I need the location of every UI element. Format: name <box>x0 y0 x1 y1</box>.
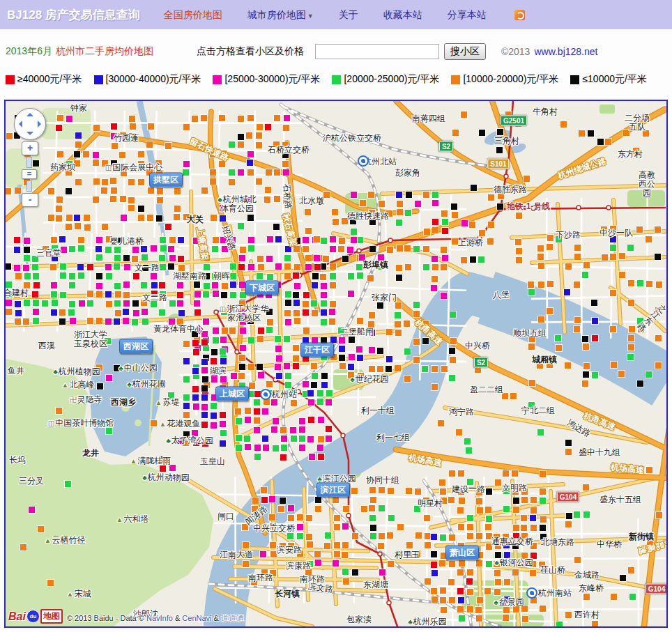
price-square[interactable] <box>303 309 309 316</box>
price-square[interactable] <box>441 264 447 270</box>
price-square[interactable] <box>629 594 636 600</box>
price-square[interactable] <box>396 192 402 198</box>
price-square[interactable] <box>211 349 217 355</box>
price-square[interactable] <box>495 479 501 486</box>
zoom-slider-track[interactable] <box>26 157 32 168</box>
price-square[interactable] <box>318 454 324 460</box>
search-input[interactable] <box>315 44 439 59</box>
price-square[interactable] <box>521 553 528 559</box>
price-square[interactable] <box>60 292 66 298</box>
price-square[interactable] <box>377 348 383 354</box>
price-square[interactable] <box>503 488 510 494</box>
price-square[interactable] <box>307 541 313 548</box>
price-square[interactable] <box>629 326 635 332</box>
price-square[interactable] <box>479 230 485 236</box>
price-square[interactable] <box>177 292 183 298</box>
price-square[interactable] <box>204 283 210 289</box>
price-square[interactable] <box>160 291 166 298</box>
price-square[interactable] <box>70 318 76 324</box>
price-square[interactable] <box>246 132 252 139</box>
price-square[interactable] <box>628 280 634 286</box>
price-square[interactable] <box>97 383 103 390</box>
price-square[interactable] <box>342 218 348 224</box>
price-square[interactable] <box>278 506 284 512</box>
price-square[interactable] <box>357 272 363 279</box>
price-square[interactable] <box>280 498 286 504</box>
price-square[interactable] <box>266 309 273 315</box>
price-square[interactable] <box>155 160 162 167</box>
price-square[interactable] <box>276 355 282 362</box>
price-square[interactable] <box>178 256 184 262</box>
price-square[interactable] <box>229 206 236 212</box>
price-square[interactable] <box>633 148 639 154</box>
price-square[interactable] <box>201 115 207 121</box>
price-square[interactable] <box>592 335 598 341</box>
price-square[interactable] <box>619 253 625 259</box>
price-square[interactable] <box>210 169 216 176</box>
price-square[interactable] <box>311 363 317 369</box>
price-square[interactable] <box>258 264 264 270</box>
price-square[interactable] <box>459 615 465 622</box>
price-square[interactable] <box>449 534 455 541</box>
price-square[interactable] <box>220 412 226 418</box>
price-square[interactable] <box>605 139 611 145</box>
price-square[interactable] <box>78 245 84 252</box>
price-square[interactable] <box>257 336 264 342</box>
price-square[interactable] <box>457 569 464 576</box>
price-square[interactable] <box>238 373 245 379</box>
price-square[interactable] <box>247 197 253 203</box>
price-square[interactable] <box>221 309 227 315</box>
price-square[interactable] <box>282 152 289 158</box>
price-square[interactable] <box>247 318 254 324</box>
price-square[interactable] <box>269 514 275 521</box>
price-square[interactable] <box>239 364 245 370</box>
price-square[interactable] <box>415 201 421 207</box>
price-square[interactable] <box>183 341 190 347</box>
price-square[interactable] <box>583 262 590 268</box>
price-square[interactable] <box>221 292 227 298</box>
price-square[interactable] <box>306 515 312 521</box>
price-square[interactable] <box>317 399 323 405</box>
price-square[interactable] <box>413 246 420 252</box>
price-square[interactable] <box>330 273 336 279</box>
price-square[interactable] <box>284 336 290 342</box>
price-square[interactable] <box>79 300 85 307</box>
price-square[interactable] <box>349 327 355 334</box>
price-square[interactable] <box>192 394 199 401</box>
price-square[interactable] <box>494 570 501 576</box>
price-square[interactable] <box>240 247 246 253</box>
price-square[interactable] <box>356 346 362 353</box>
price-square[interactable] <box>338 246 344 252</box>
price-square[interactable] <box>583 594 590 600</box>
price-square[interactable] <box>385 366 392 372</box>
price-square[interactable] <box>52 245 58 252</box>
price-square[interactable] <box>404 348 411 355</box>
price-square[interactable] <box>432 227 438 233</box>
price-square[interactable] <box>157 197 163 203</box>
price-square[interactable] <box>236 435 242 441</box>
price-square[interactable] <box>201 187 208 194</box>
price-square[interactable] <box>655 335 662 341</box>
price-square[interactable] <box>148 187 154 194</box>
price-square[interactable] <box>270 551 277 557</box>
price-square[interactable] <box>261 497 268 503</box>
price-square[interactable] <box>15 318 21 325</box>
price-square[interactable] <box>66 161 72 167</box>
price-square[interactable] <box>151 282 158 288</box>
price-square[interactable] <box>583 344 589 350</box>
price-square[interactable] <box>431 534 437 540</box>
price-square[interactable] <box>528 344 535 350</box>
price-square[interactable] <box>655 254 661 260</box>
price-square[interactable] <box>566 513 572 519</box>
price-square[interactable] <box>449 561 455 567</box>
price-square[interactable] <box>334 551 340 557</box>
price-square[interactable] <box>74 215 80 221</box>
price-square[interactable] <box>285 319 291 325</box>
price-square[interactable] <box>574 282 580 288</box>
price-square[interactable] <box>222 327 228 334</box>
price-square[interactable] <box>432 192 438 198</box>
price-square[interactable] <box>432 366 438 372</box>
price-square[interactable] <box>583 484 589 491</box>
price-square[interactable] <box>177 300 183 307</box>
price-square[interactable] <box>530 525 537 531</box>
